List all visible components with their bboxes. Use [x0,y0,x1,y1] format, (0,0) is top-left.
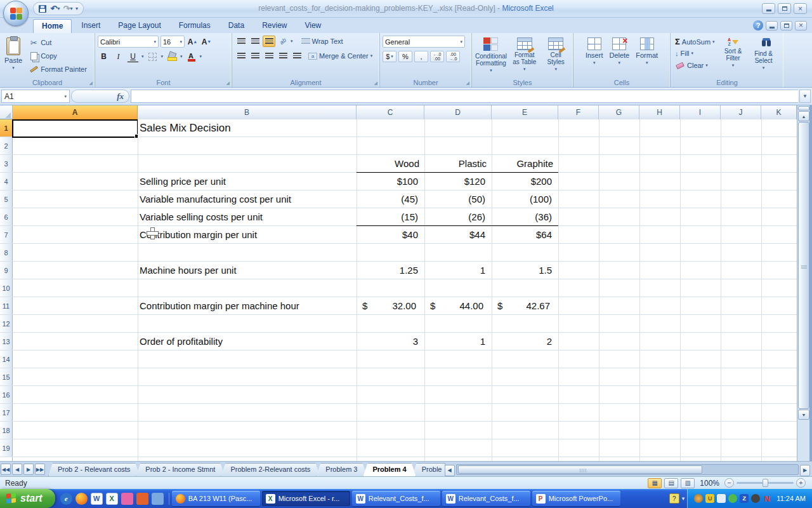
vertical-scrollbar[interactable]: ▲ ▼ [797,105,809,461]
clear-button[interactable]: Clear▾ [673,60,717,71]
clipboard-dialog-launcher[interactable]: ◢ [89,81,93,86]
tray-icon-1[interactable] [694,494,703,503]
tray-icon-n[interactable]: N [763,494,771,503]
taskbar-button-word-2[interactable]: WRelevant_Costs_f... [352,491,440,506]
cell-C11[interactable]: $32.00 [357,297,424,315]
borders-button[interactable] [147,51,159,62]
scroll-down-button[interactable]: ▼ [798,410,809,420]
tab-review[interactable]: Review [254,19,295,33]
sheet-tab-prob-2-relevant-costs[interactable]: Prob 2 - Relevant costs [48,463,140,476]
increase-indent-button[interactable] [291,50,303,62]
paste-button[interactable]: Paste▾ [3,36,24,75]
cell-B4[interactable]: Selling price per unit [138,173,357,190]
quicklaunch-word-icon[interactable]: W [91,493,103,505]
bold-button[interactable]: B [98,51,110,62]
tray-icon-shield[interactable]: U [705,494,714,503]
quicklaunch-key-icon[interactable] [121,493,133,505]
font-dialog-launcher[interactable]: ◢ [226,81,230,86]
col-header-K[interactable]: K [761,105,797,119]
cell-B13[interactable]: Order of profitability [138,333,357,351]
cell-B7[interactable]: Contribution margin per unit [138,226,357,244]
tray-clock[interactable]: 11:24 AM [776,495,806,502]
taskbar-button-powerpoint-4[interactable]: PMicrosoft PowerPo... [532,491,620,506]
quicklaunch-mail-icon[interactable] [136,493,148,505]
font-color-button[interactable]: A [185,51,197,62]
autosum-button[interactable]: ΣAutoSum▾ [673,36,717,47]
font-name-select[interactable]: Calibri▾ [98,36,159,48]
cell-C6[interactable]: (15) [357,208,424,226]
tab-insert[interactable]: Insert [73,19,108,33]
tab-page-layout[interactable]: Page Layout [110,19,169,33]
cell-D9[interactable]: 1 [424,262,492,279]
start-button[interactable]: start [0,489,55,508]
selected-cell-A1[interactable] [12,119,138,138]
horizontal-scroll-thumb[interactable] [458,465,702,474]
workbook-restore-button[interactable] [780,21,792,30]
align-left-button[interactable] [235,50,247,62]
sort-filter-button[interactable]: AZ Sort & Filter▾ [719,36,747,71]
name-box[interactable]: A1▾ [1,90,70,103]
format-painter-button[interactable]: Format Painter [27,64,89,75]
tab-formulas[interactable]: Formulas [171,19,219,33]
conditional-formatting-button[interactable]: Conditional Formatting▾ [475,36,508,73]
vertical-scroll-thumb[interactable] [798,122,809,409]
scroll-left-button[interactable]: ◀ [445,465,455,476]
page-break-view-button[interactable]: ▥ [681,478,695,488]
taskbar-button-firefox-0[interactable]: BA 213 W11 (Pasc... [172,491,260,506]
fill-button[interactable]: ↓Fill▾ [673,49,717,58]
cell-B9[interactable]: Machine hours per unit [138,262,357,279]
cell-E7[interactable]: $64 [492,226,558,244]
cell-D5[interactable]: (50) [424,190,492,208]
cut-button[interactable]: ✂Cut [27,37,89,48]
zoom-slider[interactable] [737,482,794,484]
cell-E11[interactable]: $42.67 [492,297,558,315]
scroll-up-button[interactable]: ▲ [798,111,809,121]
cell-B5[interactable]: Variable manufacturing cost per unit [138,190,357,208]
cell-B11[interactable]: Contribution margin per machine hour [138,297,357,315]
horizontal-scroll-track[interactable] [456,464,799,475]
cell-D3[interactable]: Plastic [424,155,492,173]
col-header-B[interactable]: B [138,105,357,119]
workbook-minimize-button[interactable] [766,21,778,30]
font-size-select[interactable]: 16▾ [160,36,185,48]
align-middle-button[interactable] [249,36,261,47]
underline-button[interactable]: U [127,51,139,62]
cell-E5[interactable]: (100) [492,190,558,208]
help-icon[interactable]: ? [753,20,763,30]
sheet-tab-problem-4[interactable]: Problem 4 [363,463,416,476]
col-header-J[interactable]: J [721,105,761,119]
zoom-in-button[interactable]: + [796,478,806,488]
zoom-out-button[interactable]: − [724,478,734,488]
cell-C13[interactable]: 3 [357,333,424,351]
insert-function-button[interactable]: fx [71,90,129,103]
align-top-button[interactable] [235,36,247,47]
align-bottom-button[interactable] [263,36,275,47]
cell-D4[interactable]: $120 [424,173,492,190]
col-header-F[interactable]: F [558,105,599,119]
col-header-D[interactable]: D [424,105,492,119]
accounting-format-button[interactable]: $▾ [383,51,396,62]
qat-customize-button[interactable]: ▾ [75,6,78,11]
cell-E4[interactable]: $200 [492,173,558,190]
cell-C7[interactable]: $40 [357,226,424,244]
tray-icon-6[interactable] [751,494,760,503]
quicklaunch-firefox-icon[interactable] [75,493,88,505]
tray-icon-3[interactable] [717,494,726,503]
alignment-dialog-launcher[interactable]: ◢ [374,81,377,86]
tab-data[interactable]: Data [220,19,252,33]
quicklaunch-messenger-icon[interactable] [152,493,164,505]
minimize-button[interactable] [762,3,775,14]
delete-cells-button[interactable]: Delete▾ [607,36,631,65]
col-header-H[interactable]: H [639,105,680,119]
wrap-text-button[interactable]: Wrap Text [299,37,345,46]
cell-styles-button[interactable]: Cell Styles▾ [541,36,570,73]
office-button[interactable] [3,1,29,26]
fill-color-button[interactable] [166,51,178,62]
quicklaunch-excel-icon[interactable]: X [106,493,118,505]
quicklaunch-ie-icon[interactable]: e [60,493,72,505]
col-header-C[interactable]: C [357,105,424,119]
taskbar-button-word-3[interactable]: WRelevant_Costs_f... [442,491,530,506]
cell-E9[interactable]: 1.5 [492,262,558,279]
cell-B6[interactable]: Variable selling costs per unit [138,208,357,226]
tray-icon-4[interactable] [728,494,737,503]
